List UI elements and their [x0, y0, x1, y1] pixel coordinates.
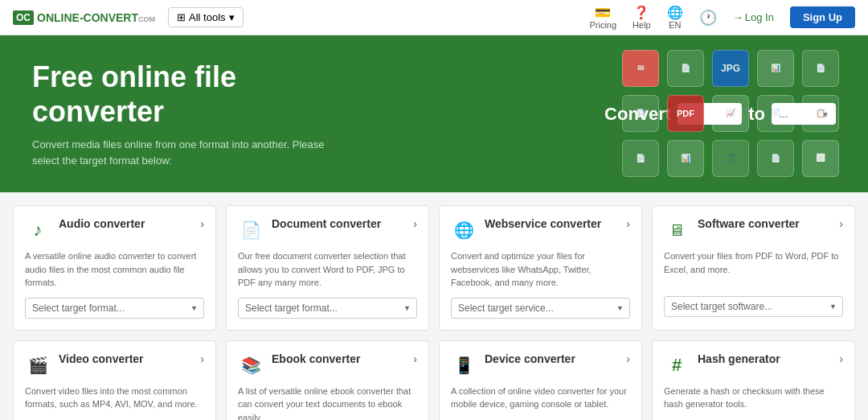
webservice-converter-arrow[interactable]: ›: [626, 217, 630, 230]
webservice-converter-card: 🌐 Webservice converter › Convert and opt…: [439, 205, 642, 331]
hash-generator-card: # Hash generator › Generate a hash or ch…: [652, 340, 855, 420]
doc-file-icon-1: 📄: [667, 50, 704, 87]
doc-file-icon-5: 📋: [802, 95, 839, 132]
logo[interactable]: OC ONLINE-CONVERTCOM: [13, 10, 155, 25]
ebook-icon: 📚: [238, 352, 264, 378]
document-converter-arrow[interactable]: ›: [413, 217, 417, 230]
webservice-select[interactable]: Select target service... WhatsAppTwitter…: [451, 298, 630, 319]
login-label: Log In: [745, 11, 774, 23]
document-format-select[interactable]: Select target format... PDFDOCXODT: [238, 298, 417, 319]
video-converter-arrow[interactable]: ›: [200, 352, 204, 365]
software-converter-arrow[interactable]: ›: [839, 217, 843, 230]
video-converter-card: 🎬 Video converter › Convert video files …: [13, 340, 216, 420]
pricing-label: Pricing: [589, 20, 616, 30]
hero-subtitle: Convert media files online from one form…: [32, 137, 338, 168]
device-converter-arrow[interactable]: ›: [626, 352, 630, 365]
audio-converter-arrow[interactable]: ›: [200, 217, 204, 230]
pdf-file-icon: PDF: [667, 95, 704, 132]
webservice-converter-title: Webservice converter: [485, 217, 601, 230]
language-nav-item[interactable]: 🌐 EN: [667, 5, 683, 30]
document-converter-desc: Our free document converter selection th…: [238, 249, 417, 290]
hash-generator-desc: Generate a hash or checksum with these h…: [664, 385, 843, 420]
doc-file-icon-6: 📄: [622, 140, 659, 177]
pricing-nav-item[interactable]: 💳 Pricing: [589, 5, 616, 30]
doc-file-icon-4: 📄: [757, 95, 794, 132]
login-button[interactable]: → Log In: [733, 11, 774, 23]
device-icon: 📱: [451, 352, 477, 378]
hero-title: Free online fileconverter: [32, 60, 572, 129]
hash-icon: #: [664, 352, 690, 378]
webservice-icon: 🌐: [451, 217, 477, 243]
header-nav: 💳 Pricing ❓ Help 🌐 EN 🕐 → Log In Sign Up: [589, 5, 855, 30]
hero-file-icons: ✉ 📄 JPG 📊 📄 📄 PDF 📈 📄 📋 📄 📊 🎵 📄 🅰: [611, 35, 852, 192]
software-converter-desc: Convert your files from PDF to Word, PDF…: [664, 249, 843, 288]
audio-format-select[interactable]: Select target format... MP3WAVOGGFLAC: [25, 298, 204, 319]
ebook-converter-arrow[interactable]: ›: [413, 352, 417, 365]
converter-grid: ♪ Audio converter › A versatile online a…: [13, 205, 855, 420]
help-nav-item[interactable]: ❓ Help: [633, 5, 651, 30]
doc-file-icon-7: 📄: [757, 140, 794, 177]
hero-text: Free online fileconverter Convert media …: [32, 60, 572, 168]
software-icon: 🖥: [664, 217, 690, 243]
video-converter-desc: Convert video files into the most common…: [25, 385, 204, 420]
audio-converter-title: Audio converter: [59, 217, 145, 230]
main-content: ♪ Audio converter › A versatile online a…: [0, 192, 868, 420]
hash-generator-title: Hash generator: [698, 352, 780, 365]
webservice-converter-desc: Convert and optimize your files for webs…: [451, 249, 630, 290]
device-converter-title: Device converter: [485, 352, 575, 365]
header: OC ONLINE-CONVERTCOM ⊞ All tools ▾ 💳 Pri…: [0, 0, 868, 35]
pricing-icon: 💳: [595, 5, 611, 20]
audio-converter-desc: A versatile online audio converter to co…: [25, 249, 204, 290]
document-select-container[interactable]: Select target format... PDFDOCXODT: [238, 298, 417, 319]
help-icon: ❓: [633, 5, 649, 20]
ebook-converter-card: 📚 Ebook converter › A list of versatile …: [226, 340, 429, 420]
software-select-container[interactable]: Select target software... WordExcelPower…: [664, 296, 843, 317]
help-label: Help: [633, 20, 651, 30]
logo-icon: OC: [13, 10, 34, 25]
chevron-down-icon: ▾: [229, 11, 235, 23]
ebook-converter-title: Ebook converter: [272, 352, 360, 365]
signup-button[interactable]: Sign Up: [790, 6, 855, 28]
video-converter-title: Video converter: [59, 352, 144, 365]
audio-select-container[interactable]: Select target format... MP3WAVOGGFLAC: [25, 298, 204, 319]
software-converter-card: 🖥 Software converter › Convert your file…: [652, 205, 855, 331]
doc-file-icon-3: 📄: [622, 95, 659, 132]
pie-chart-icon: 📊: [667, 140, 704, 177]
language-label: EN: [669, 20, 681, 30]
clock-icon: 🕐: [699, 9, 717, 27]
document-converter-title: Document converter: [272, 217, 381, 230]
doc-file-icon-2: 📄: [802, 50, 839, 87]
grid-icon: ⊞: [177, 11, 186, 23]
logo-text: ONLINE-CONVERTCOM: [37, 11, 155, 24]
device-converter-desc: A collection of online video converter f…: [451, 385, 630, 420]
audio-icon: ♪: [25, 217, 51, 243]
login-arrow-icon: →: [733, 11, 743, 23]
document-converter-card: 📄 Document converter › Our free document…: [226, 205, 429, 331]
hash-generator-arrow[interactable]: ›: [839, 352, 843, 365]
music-file-icon: 🎵: [712, 140, 749, 177]
all-tools-label: All tools: [189, 11, 226, 23]
hero-section: Free online fileconverter Convert media …: [0, 35, 868, 192]
all-tools-button[interactable]: ⊞ All tools ▾: [168, 7, 244, 27]
language-icon: 🌐: [667, 5, 683, 20]
jpg-file-icon: JPG: [712, 50, 749, 87]
webservice-select-container[interactable]: Select target service... WhatsAppTwitter…: [451, 298, 630, 319]
chart-icon: 📈: [712, 95, 749, 132]
device-converter-card: 📱 Device converter › A collection of onl…: [439, 340, 642, 420]
bar-chart-icon: 📊: [757, 50, 794, 87]
software-select[interactable]: Select target software... WordExcelPower…: [664, 296, 843, 317]
document-icon: 📄: [238, 217, 264, 243]
video-icon: 🎬: [25, 352, 51, 378]
software-converter-title: Software converter: [698, 217, 800, 230]
email-file-icon: ✉: [622, 50, 659, 87]
ebook-converter-desc: A list of versatile online ebook convert…: [238, 385, 417, 420]
audio-converter-card: ♪ Audio converter › A versatile online a…: [13, 205, 216, 331]
font-file-icon: 🅰: [802, 140, 839, 177]
